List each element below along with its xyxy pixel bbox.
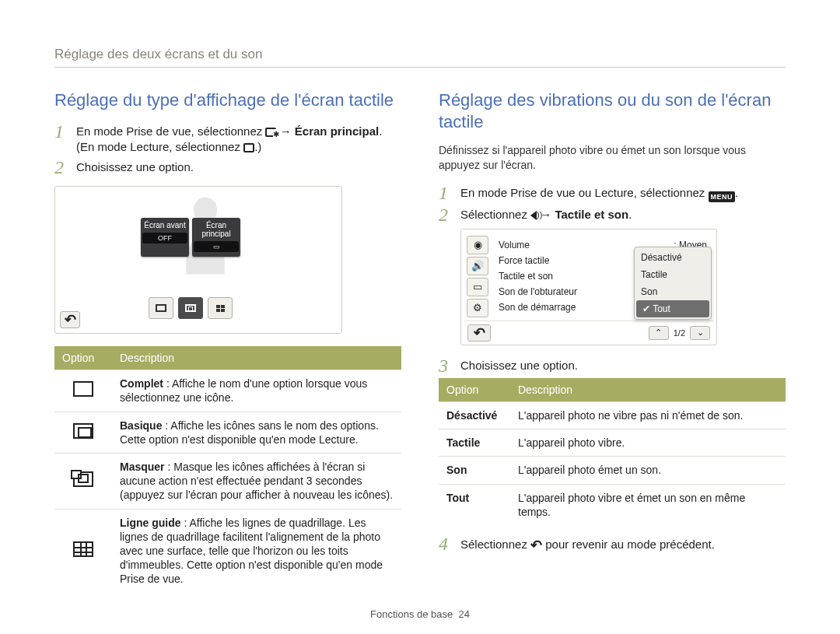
table-row: Complet : Affiche le nom d'une option lo…: [54, 370, 401, 412]
tab-sound-icon[interactable]: 🔊: [467, 257, 488, 275]
sound-icon: [530, 211, 537, 220]
table-row: Tout L'appareil photo vibre et émet un s…: [439, 484, 786, 525]
page-footer: Fonctions de base 24: [0, 608, 840, 620]
step-text: Choisissez une option.: [460, 356, 786, 373]
display-settings-icon: [265, 128, 276, 137]
step-text: En mode Prise de vue ou Lecture, sélecti…: [460, 184, 786, 202]
table-row: Tactile L'appareil photo vibre.: [439, 429, 786, 457]
table-row: Ligne guide : Affiche les lignes de quad…: [54, 509, 401, 592]
th-option: Option: [54, 346, 112, 370]
right-intro: Définissez si l'appareil photo vibre ou …: [439, 143, 786, 173]
step-number: 2: [54, 158, 68, 177]
tab-settings-icon[interactable]: ⚙: [467, 299, 488, 317]
tile-label: Écran principal: [194, 221, 239, 238]
right-step-4: 4 Sélectionnez ↶ pour revenir au mode pr…: [439, 534, 786, 555]
lcd-settings: ◉ 🔊 ▭ ⚙ Volume: Moyen Force tactile Tact…: [460, 229, 717, 345]
left-step-1: 1 En mode Prise de vue, sélectionnez → É…: [54, 122, 401, 156]
chapter-title: Réglage des deux écrans et du son: [54, 47, 786, 68]
step-text: Sélectionnez ↶ pour revenir au mode préc…: [460, 534, 786, 555]
back-icon: ↶: [530, 536, 542, 555]
step-text: Sélectionnez → Tactile et son.: [460, 205, 786, 222]
display-mode-guide-button[interactable]: [208, 297, 233, 319]
options-table-sound: Option Description Désactivé L'appareil …: [439, 378, 786, 525]
tile-badge-icon: ▭: [194, 241, 239, 252]
step-text: En mode Prise de vue, sélectionnez → Écr…: [76, 122, 401, 156]
step-number: 3: [439, 356, 453, 375]
step-number: 4: [439, 534, 453, 553]
popup-option[interactable]: Tactile: [635, 266, 711, 283]
full-icon: [73, 381, 93, 397]
tile-front-screen[interactable]: Écran avant OFF: [141, 218, 189, 257]
step-text: Choisissez une option.: [76, 158, 401, 175]
display-icon: [243, 143, 254, 152]
back-icon: ↶: [474, 324, 485, 342]
left-step-2: 2 Choisissez une option.: [54, 158, 401, 177]
basic-icon: [73, 423, 93, 439]
th-description: Description: [510, 378, 786, 402]
tile-main-screen[interactable]: Écran principal ▭: [192, 218, 240, 257]
mask-icon: [73, 471, 93, 487]
back-icon: ↶: [65, 311, 76, 328]
tab-display-icon[interactable]: ▭: [467, 278, 488, 296]
table-row: Basique : Affiche les icônes sans le nom…: [54, 412, 401, 453]
display-mode-basic-button[interactable]: [178, 297, 203, 319]
tile-badge-off: OFF: [142, 233, 187, 243]
tile-label: Écran avant: [142, 221, 187, 229]
options-popup: Désactivé Tactile Son ✔ Tout: [634, 247, 712, 320]
page-down-button[interactable]: ⌄: [690, 326, 710, 340]
popup-option[interactable]: Son: [635, 283, 711, 300]
page-indicator: 1/2: [674, 328, 685, 338]
back-button[interactable]: ↶: [467, 324, 491, 342]
right-step-3: 3 Choisissez une option.: [439, 356, 786, 375]
table-row: Son L'appareil photo émet un son.: [439, 457, 786, 484]
popup-option[interactable]: Désactivé: [635, 249, 711, 266]
step-number: 1: [439, 184, 453, 202]
page-up-button[interactable]: ⌃: [649, 326, 669, 340]
menu-icon: MENU: [709, 191, 736, 202]
left-heading: Réglage du type d'affichage de l'écran t…: [54, 89, 401, 111]
lcd-preview: Écran avant OFF Écran principal ▭ ↶: [54, 186, 342, 334]
table-row: Masquer : Masque les icônes affichées à …: [54, 453, 401, 509]
step-number: 2: [439, 205, 453, 224]
th-description: Description: [112, 346, 401, 370]
popup-option-selected[interactable]: ✔ Tout: [636, 300, 709, 317]
display-mode-full-button[interactable]: [149, 297, 173, 319]
right-step-2: 2 Sélectionnez → Tactile et son.: [439, 205, 786, 224]
right-step-1: 1 En mode Prise de vue ou Lecture, sélec…: [439, 184, 786, 202]
options-table-display: Option Description Complet : Affiche le …: [54, 346, 401, 592]
tab-camera-icon[interactable]: ◉: [467, 236, 488, 254]
step-number: 1: [54, 122, 68, 141]
right-heading: Réglage des vibrations ou du son de l'éc…: [439, 89, 786, 132]
guide-icon: [73, 541, 93, 557]
back-button[interactable]: ↶: [60, 311, 80, 328]
th-option: Option: [439, 378, 510, 402]
table-row: Désactivé L'appareil photo ne vibre pas …: [439, 402, 786, 429]
